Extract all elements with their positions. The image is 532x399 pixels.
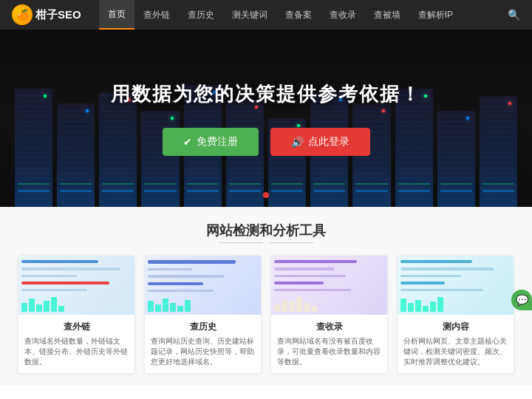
screenshot-bars xyxy=(400,297,511,312)
bar xyxy=(185,300,191,312)
rack-light xyxy=(508,102,511,105)
bar xyxy=(400,299,406,312)
screenshot-line xyxy=(274,289,351,291)
tool-desc: 查询网站域名有没有被百度收录，可批量查看收录数量和内容等数据。 xyxy=(277,336,381,367)
bar xyxy=(282,300,287,312)
screenshot-line xyxy=(148,275,225,278)
bar xyxy=(58,306,64,312)
nav-item-查被墙[interactable]: 查被墙 xyxy=(365,0,409,30)
tool-info: 查外链查询域名外链数量，外链锚文本、链接分布、外链历史等外链数据。 xyxy=(18,315,134,373)
register-button[interactable]: ✔ 免费注册 xyxy=(163,128,259,156)
tool-card-测内容[interactable]: 测内容分析网站网页、文章主题核心关键词，检测关键词密度、频次、实时推荐调整优化建… xyxy=(397,255,514,374)
screenshot-line xyxy=(400,260,472,263)
tool-desc: 查询网站历史查询、历史建站标题记录，网站历史快照等，帮助您更好地选择域名。 xyxy=(151,336,255,367)
chat-bubble[interactable]: 💬 xyxy=(511,290,532,310)
tool-card-查收录[interactable]: 查收录查询网站域名有没有被百度收录，可批量查看收录数量和内容等数据。 xyxy=(270,255,388,374)
bar xyxy=(311,306,317,312)
nav-item-查收录[interactable]: 查收录 xyxy=(321,0,365,30)
nav-item-测关键词[interactable]: 测关键词 xyxy=(223,0,276,30)
tools-section: 网站检测和分析工具 查外链查询域名外链数量，外链锚文本、链接分布、外链历史等外链… xyxy=(0,207,532,386)
bar xyxy=(408,303,414,312)
tool-name: 测内容 xyxy=(403,321,508,333)
bar xyxy=(177,306,183,312)
screenshot-bars xyxy=(21,297,132,312)
screenshot-line xyxy=(148,268,192,271)
hero-section: 用数据为您的决策提供参考依据！ ✔ 免费注册 🔊 点此登录 xyxy=(0,30,532,207)
nav-item-查解析IP[interactable]: 查解析IP xyxy=(409,0,462,30)
logo-icon: 🍊 xyxy=(12,4,33,25)
login-button[interactable]: 🔊 点此登录 xyxy=(270,128,370,156)
server-rack xyxy=(57,103,95,207)
bar xyxy=(21,303,27,312)
tool-screenshot xyxy=(398,256,514,315)
rack-light xyxy=(424,95,427,98)
tool-info: 测内容分析网站网页、文章主题核心关键词，检测关键词密度、频次、实时推荐调整优化建… xyxy=(398,315,514,373)
hero-dot xyxy=(263,192,269,198)
bar xyxy=(148,301,154,312)
divider-line-right xyxy=(269,242,313,243)
tool-screenshot xyxy=(271,256,387,315)
bar xyxy=(296,297,302,312)
screenshot-bars xyxy=(148,298,258,312)
hero-title: 用数据为您的决策提供参考依据！ xyxy=(111,81,421,107)
nav-item-查备案[interactable]: 查备案 xyxy=(276,0,321,30)
screenshot-bars xyxy=(274,297,384,312)
screenshot-line xyxy=(274,267,335,270)
server-rack xyxy=(15,89,52,207)
bar xyxy=(170,303,176,312)
screenshot-line xyxy=(21,260,98,263)
rack-light xyxy=(86,109,89,112)
rack-light xyxy=(44,95,47,98)
screenshot-line xyxy=(400,282,445,284)
login-icon: 🔊 xyxy=(291,136,304,148)
bar xyxy=(155,304,161,312)
tool-name: 查收录 xyxy=(277,321,381,333)
tool-desc: 查询域名外链数量，外链锚文本、链接分布、外链历史等外链数据。 xyxy=(24,336,129,367)
screenshot-line xyxy=(21,267,120,270)
screenshot-line xyxy=(274,260,357,263)
tool-screenshot xyxy=(145,256,261,315)
tool-card-查外链[interactable]: 查外链查询域名外链数量，外链锚文本、链接分布、外链历史等外链数据。 xyxy=(18,255,135,374)
search-icon[interactable]: 🔍 xyxy=(508,9,520,21)
screenshot-line xyxy=(21,289,87,291)
tools-grid: 查外链查询域名外链数量，外链锚文本、链接分布、外链历史等外链数据。查历史查询网站… xyxy=(18,255,514,374)
screenshot-line xyxy=(400,275,461,277)
register-icon: ✔ xyxy=(183,136,192,148)
screenshot-line xyxy=(400,289,483,291)
divider-line-left xyxy=(219,242,263,243)
bar xyxy=(44,301,50,312)
logo-text: 柑子SEO xyxy=(35,8,81,22)
nav-item-查外链[interactable]: 查外链 xyxy=(134,0,179,30)
logo[interactable]: 🍊 柑子SEO xyxy=(12,4,81,25)
bar xyxy=(36,304,42,312)
tool-screenshot xyxy=(18,256,134,315)
bar xyxy=(51,297,57,312)
bar xyxy=(423,306,429,312)
bar xyxy=(437,297,443,312)
bar xyxy=(304,303,310,312)
screenshot-line xyxy=(148,260,236,264)
screenshot-line xyxy=(274,275,346,277)
screenshot-line xyxy=(148,282,203,285)
nav-item-查历史[interactable]: 查历史 xyxy=(179,0,223,30)
nav-item-首页[interactable]: 首页 xyxy=(99,0,134,30)
tool-info: 查收录查询网站域名有没有被百度收录，可批量查看收录数量和内容等数据。 xyxy=(271,315,387,373)
hero-content: 用数据为您的决策提供参考依据！ ✔ 免费注册 🔊 点此登录 xyxy=(111,81,421,156)
tool-name: 查历史 xyxy=(151,321,255,333)
screenshot-line xyxy=(274,282,324,284)
bar xyxy=(415,300,421,312)
screenshot-line xyxy=(21,275,77,277)
bar xyxy=(29,299,35,312)
screenshot-line xyxy=(148,290,214,293)
tool-card-查历史[interactable]: 查历史查询网站历史查询、历史建站标题记录，网站历史快照等，帮助您更好地选择域名。 xyxy=(144,255,262,374)
tool-name: 查外链 xyxy=(24,321,129,333)
bar xyxy=(163,299,168,312)
bar xyxy=(289,301,295,312)
screenshot-line xyxy=(21,282,109,284)
server-rack xyxy=(437,111,475,207)
screenshot-line xyxy=(400,267,494,270)
nav-links: 首页查外链查历史测关键词查备案查收录查被墙查解析IP xyxy=(99,0,508,30)
bar xyxy=(274,304,280,312)
tool-desc: 分析网站网页、文章主题核心关键词，检测关键词密度、频次、实时推荐调整优化建议。 xyxy=(403,336,508,367)
tools-title: 网站检测和分析工具 xyxy=(18,222,514,239)
